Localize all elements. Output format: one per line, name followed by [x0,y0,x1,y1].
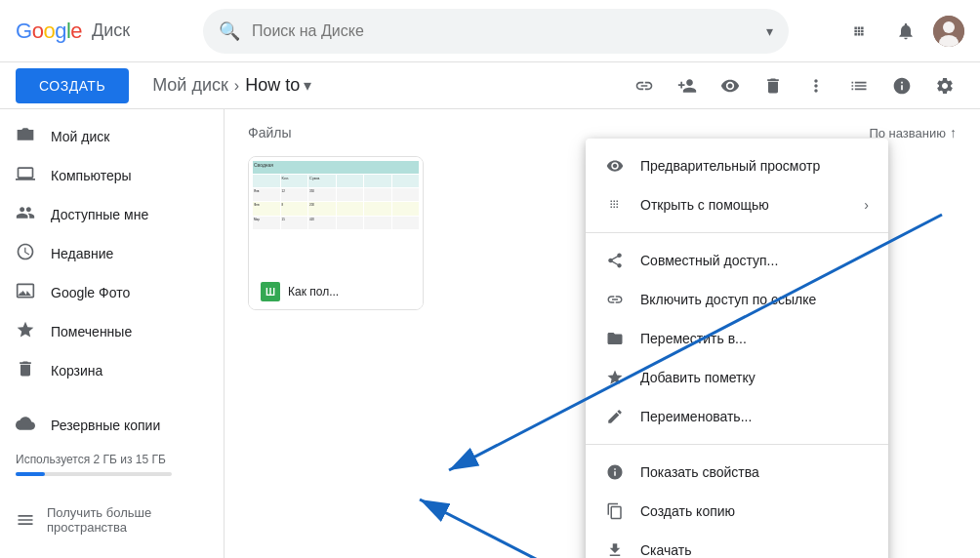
header-right [839,12,964,51]
header: Google Диск 🔍 ▾ [0,0,980,62]
file-card[interactable]: Сводная Кол. Сумм. Янв 12 350 Фев [248,156,424,310]
sidebar-item-label: Помеченные [51,324,132,339]
sidebar-item-label: Недавние [51,246,113,261]
files-label: Файлы [248,125,291,140]
google-logo: Google [16,19,82,44]
star-menu-icon [605,368,625,387]
context-menu: Предварительный просмотр Открыть с помощ… [586,139,888,558]
sidebar-item-backup[interactable]: Резервные копии [0,406,216,445]
search-bar: 🔍 ▾ [203,9,789,54]
sidebar-item-recent[interactable]: Недавние [0,234,216,273]
menu-rename-label: Переименовать... [640,409,869,424]
folder-icon [605,329,625,348]
menu-move-label: Переместить в... [640,331,869,346]
content-area: Файлы По названию ↑ Сводная Кол. Сумм. [225,109,980,558]
storage-text: Используется 2 ГБ из 15 ГБ [16,453,166,466]
svg-point-1 [943,21,955,33]
info-button[interactable] [882,66,921,105]
menu-download-label: Скачать [640,542,869,558]
search-icon: 🔍 [219,20,240,42]
menu-open-with-label: Открыть с помощью [640,197,848,213]
toolbar-actions [625,66,964,105]
breadcrumb-root[interactable]: Мой диск [152,75,228,96]
file-preview: Сводная Кол. Сумм. Янв 12 350 Фев [249,157,423,274]
list-view-button[interactable] [839,66,878,105]
menu-item-star[interactable]: Добавить пометку [586,358,888,397]
menu-divider-1 [586,232,888,233]
star-icon [16,320,35,344]
sheets-icon: Ш [261,282,280,301]
menu-properties-label: Показать свойства [640,464,869,480]
menu-copy-label: Создать копию [640,503,869,519]
breadcrumb-separator: › [234,77,239,95]
disk-logo-text: Диск [92,20,130,41]
menu-item-copy[interactable]: Создать копию [586,492,888,531]
notifications-icon-btn[interactable] [886,12,925,51]
toolbar: СОЗДАТЬ Мой диск › How to ▾ [0,62,980,109]
menu-share-label: Совместный доступ... [640,253,869,268]
sidebar-item-my-disk[interactable]: Мой диск [0,117,216,156]
menu-item-download[interactable]: Скачать [586,531,888,558]
create-button[interactable]: СОЗДАТЬ [16,68,129,103]
open-with-icon [605,195,625,215]
trash-icon [16,359,35,383]
people-icon [16,203,35,227]
sidebar-footer: Получить большепространства [0,490,224,550]
sidebar-item-photos[interactable]: Google Фото [0,273,216,312]
delete-action-button[interactable] [754,66,793,105]
eye-icon [605,156,625,176]
file-footer: Ш Как пол... [249,274,423,309]
menu-item-open-with[interactable]: Открыть с помощью › [586,185,888,224]
photo-icon [16,281,35,305]
link-icon [605,290,625,309]
search-input[interactable] [252,22,755,40]
breadcrumb-dropdown-icon[interactable]: ▾ [304,76,311,95]
get-more-space-item[interactable]: Получить большепространства [16,498,208,542]
submenu-arrow-icon: › [864,197,869,213]
storage-fill [16,472,45,476]
sidebar-item-label: Компьютеры [51,168,132,183]
breadcrumb: Мой диск › How to ▾ [152,75,311,96]
sidebar-item-computers[interactable]: Компьютеры [0,156,216,195]
main: Мой диск Компьютеры Доступные мне Недавн… [0,109,980,558]
sidebar-item-trash[interactable]: Корзина [0,351,216,390]
menu-divider-2 [586,444,888,445]
avatar[interactable] [933,16,964,47]
sidebar: Мой диск Компьютеры Доступные мне Недавн… [0,109,225,558]
sidebar-item-starred[interactable]: Помеченные [0,312,216,351]
sidebar-item-label: Корзина [51,363,102,379]
sidebar-item-label: Резервные копии [51,418,160,433]
settings-button[interactable] [925,66,964,105]
menu-item-rename[interactable]: Переименовать... [586,397,888,436]
menu-item-move[interactable]: Переместить в... [586,319,888,358]
menu-item-preview[interactable]: Предварительный просмотр [586,146,888,185]
sort-arrow-icon: ↑ [950,125,957,140]
storage-info: Используется 2 ГБ из 15 ГБ [0,445,224,490]
apps-icon-btn[interactable] [839,12,878,51]
drive-icon [16,125,35,149]
link-action-button[interactable] [625,66,664,105]
sidebar-item-label: Google Фото [51,285,130,300]
preview-button[interactable] [711,66,750,105]
more-actions-button[interactable] [796,66,836,105]
copy-icon [605,501,625,521]
menu-star-label: Добавить пометку [640,370,869,385]
search-dropdown-icon[interactable]: ▾ [766,23,773,39]
download-icon [605,540,625,558]
add-person-button[interactable] [668,66,707,105]
share-icon [605,251,625,270]
menu-item-properties[interactable]: Показать свойства [586,453,888,492]
clock-icon [16,242,35,266]
sidebar-item-label: Мой диск [51,129,109,144]
storage-bar [16,472,172,476]
file-name: Как пол... [288,285,411,299]
cloud-icon [16,414,35,438]
menu-item-link[interactable]: Включить доступ по ссылке [586,280,888,319]
logo: Google Диск [16,19,191,44]
sidebar-item-label: Доступные мне [51,207,148,222]
sidebar-item-shared[interactable]: Доступные мне [0,195,216,234]
menu-item-share[interactable]: Совместный доступ... [586,241,888,280]
edit-icon [605,407,625,426]
menu-preview-label: Предварительный просмотр [640,158,869,174]
breadcrumb-current[interactable]: How to ▾ [245,75,311,96]
